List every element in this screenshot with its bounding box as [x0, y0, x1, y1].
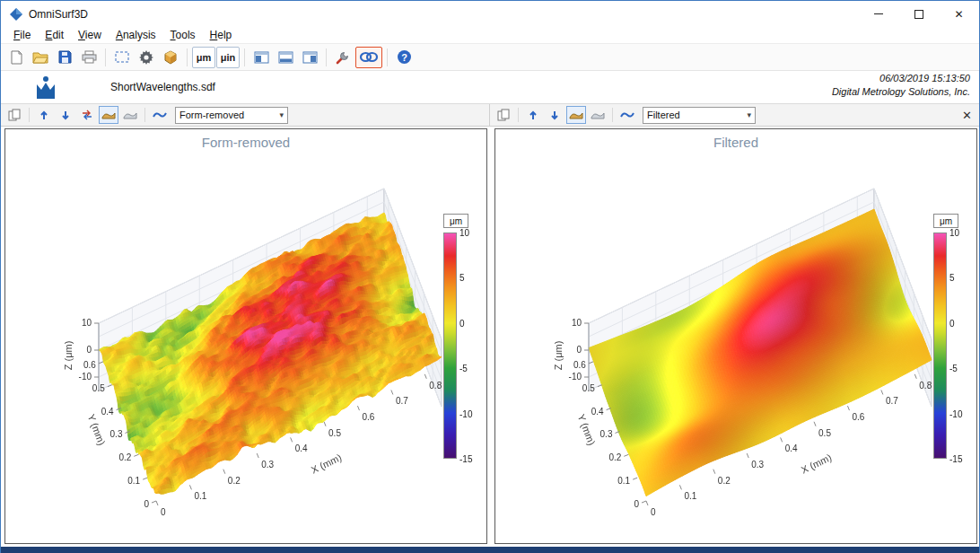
lower-button[interactable]: [56, 106, 75, 124]
help-icon: ?: [397, 49, 412, 65]
profile-wave-icon: [153, 110, 167, 120]
select-region-button[interactable]: [110, 47, 134, 68]
surface-plot-filtered[interactable]: [495, 153, 976, 543]
save-button[interactable]: [53, 47, 76, 68]
omnisurf3d-app-icon: [9, 7, 23, 22]
toolbar-separator: [144, 108, 145, 122]
colorbar-tick-label: -5: [459, 364, 468, 373]
surface-alt-view-button[interactable]: [588, 106, 608, 124]
toolbar-separator: [187, 48, 188, 66]
raise-button[interactable]: [34, 106, 54, 124]
colorbar-tick-label: -5: [949, 364, 958, 373]
cube-3d-icon: [163, 50, 178, 65]
units-uin-button[interactable]: μin: [216, 47, 240, 68]
maximize-button[interactable]: [898, 1, 939, 27]
profile-view-button[interactable]: [150, 106, 170, 124]
measure-tools-button[interactable]: [331, 47, 354, 68]
window-controls: ✕: [858, 1, 979, 27]
surface-plot-form-removed[interactable]: [5, 153, 486, 543]
svg-text:?: ?: [401, 52, 407, 63]
link-views-button[interactable]: [355, 47, 382, 68]
close-button[interactable]: ✕: [939, 1, 979, 27]
surface-layer-select-left[interactable]: Form-removed ▾: [175, 107, 288, 124]
menu-file[interactable]: File: [6, 28, 38, 42]
toolbar-separator: [387, 48, 388, 66]
chevron-down-icon: ▾: [279, 110, 284, 119]
copy-image-button[interactable]: [494, 106, 513, 124]
colorbar: μm 1050-5-10-15: [933, 214, 973, 459]
panel-close-button[interactable]: ✕: [962, 104, 972, 126]
window-layout-right-icon: [302, 51, 318, 64]
surface-gray-icon: [123, 110, 137, 120]
new-file-icon: [10, 50, 23, 65]
colorbar-body: 1050-5-10-15: [443, 233, 483, 459]
panel-filtered: Filtered μm 1050-5-10-15: [491, 127, 980, 547]
colorbar: μm 1050-5-10-15: [443, 214, 483, 459]
window-layout-bottom-icon: [278, 51, 293, 64]
window-title: OmniSurf3D: [29, 8, 88, 21]
raise-button[interactable]: [523, 106, 543, 124]
units-um-button[interactable]: μm: [192, 47, 215, 68]
colorbar-tick-label: 0: [949, 319, 955, 329]
toolbar-separator: [105, 48, 106, 66]
help-button[interactable]: ?: [392, 47, 416, 68]
colorbar-unit-label: μm: [933, 214, 958, 228]
colorbar-body: 1050-5-10-15: [933, 233, 973, 459]
invert-button[interactable]: [77, 106, 97, 124]
company-name-text: Digital Metrology Solutions, Inc.: [832, 85, 970, 99]
menu-edit[interactable]: Edit: [38, 28, 71, 42]
gear-icon: [139, 50, 153, 65]
surface-view-icon: [101, 110, 116, 120]
print-icon: [82, 50, 97, 64]
copy-image-button[interactable]: [4, 106, 24, 124]
toolbar-separator: [612, 108, 613, 122]
plot-title: Form-removed: [5, 135, 486, 150]
settings-button[interactable]: [135, 47, 158, 68]
surface-view-button[interactable]: [99, 106, 118, 124]
selection-rectangle-icon: [115, 51, 129, 63]
menu-tools[interactable]: Tools: [163, 28, 203, 42]
surface-view-button[interactable]: [566, 106, 586, 124]
colorbar-tick-label: -15: [949, 454, 962, 464]
new-file-button[interactable]: [4, 47, 28, 68]
wrench-icon: [336, 50, 350, 65]
arrow-up-icon: [528, 110, 538, 121]
window-bottom-edge: [1, 547, 979, 553]
open-file-button[interactable]: [29, 47, 52, 68]
menu-view[interactable]: View: [71, 28, 109, 42]
app-window: OmniSurf3D ✕ File Edit View Analysis Too…: [0, 0, 980, 553]
layout-right-pane-button[interactable]: [298, 47, 321, 68]
profile-view-button[interactable]: [617, 106, 637, 124]
colorbar-tick-label: 10: [459, 228, 469, 238]
toolbar-separator: [326, 48, 327, 66]
surface-gray-icon: [591, 110, 605, 120]
lower-button[interactable]: [545, 106, 564, 124]
surface-alt-view-button[interactable]: [120, 106, 140, 124]
plot-title: Filtered: [495, 135, 976, 150]
datetime-text: 06/03/2019 15:13:50: [832, 72, 970, 85]
colorbar-gradient: [443, 233, 457, 459]
toolbar-separator: [29, 108, 30, 122]
colorbar-tick-label: -10: [459, 409, 472, 419]
colorbar-unit-label: μm: [443, 214, 468, 228]
uin-label: μin: [221, 52, 236, 63]
view-3d-button[interactable]: [159, 47, 182, 68]
minimize-button[interactable]: [858, 1, 898, 27]
plot-area-filtered: Filtered μm 1050-5-10-15: [494, 128, 977, 544]
colorbar-tick-label: 5: [949, 273, 955, 283]
document-header: ShortWavelengths.sdf 06/03/2019 15:13:50…: [1, 71, 979, 103]
toolbar-separator: [244, 48, 245, 66]
plot-area-form-removed: Form-removed μm 1050-5-10-15: [4, 128, 487, 544]
header-info: 06/03/2019 15:13:50 Digital Metrology So…: [832, 72, 970, 99]
menu-help[interactable]: Help: [203, 28, 240, 42]
layout-bottom-pane-button[interactable]: [274, 47, 297, 68]
colorbar-tick-label: 0: [459, 319, 465, 329]
digital-metrology-logo: [35, 75, 57, 100]
main-toolbar: μm μin ?: [1, 44, 979, 71]
surface-layer-select-right[interactable]: Filtered ▾: [643, 107, 756, 124]
copy-icon: [497, 109, 510, 121]
print-button[interactable]: [77, 47, 101, 68]
open-file-name: ShortWavelengths.sdf: [110, 81, 215, 93]
layout-left-pane-button[interactable]: [249, 47, 273, 68]
menu-analysis[interactable]: Analysis: [109, 28, 163, 42]
